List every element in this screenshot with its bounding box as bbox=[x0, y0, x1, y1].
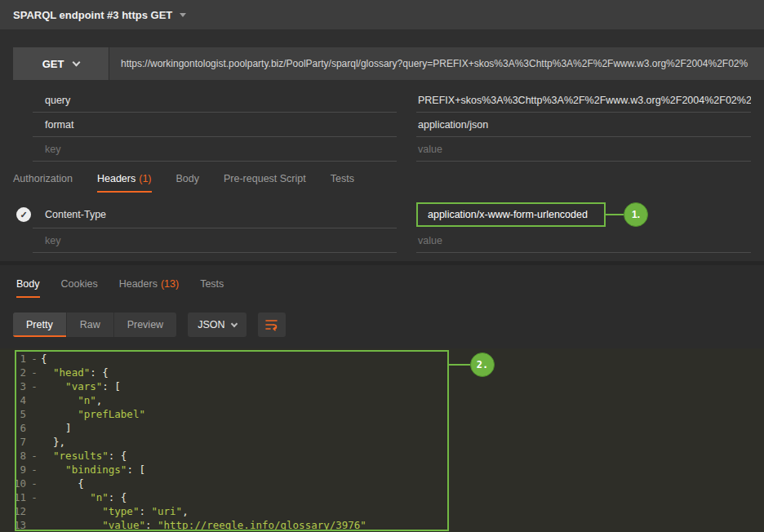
code-line: 2- "head": { bbox=[0, 366, 764, 379]
code-text: "n": { bbox=[41, 491, 127, 503]
tab-headers-count: (1) bbox=[139, 173, 151, 184]
annotation-connector-1 bbox=[606, 214, 624, 215]
line-number: 8 bbox=[5, 449, 26, 463]
line-number: 10 bbox=[5, 477, 26, 490]
line-number: 7 bbox=[5, 435, 26, 449]
param-value-query[interactable]: PREFIX+skos%3A%3Chttp%3A%2F%2Fwww.w3.org… bbox=[416, 88, 751, 113]
header-value: application/x-www-form-urlencoded bbox=[428, 209, 588, 220]
header-key-empty[interactable]: key bbox=[33, 228, 397, 253]
params-table: query PREFIX+skos%3A%3Chttp%3A%2F%2Fwww.… bbox=[0, 88, 764, 162]
code-line: 7 }, bbox=[0, 435, 764, 449]
param-row-empty: key value bbox=[0, 137, 764, 162]
fold-toggle-icon[interactable]: - bbox=[28, 379, 41, 393]
code-line: 12 "type": "uri", bbox=[0, 504, 764, 518]
tab-tests[interactable]: Tests bbox=[331, 173, 354, 193]
view-mode-preview[interactable]: Preview bbox=[114, 313, 176, 337]
line-number: 3 bbox=[5, 379, 26, 393]
response-body-editor[interactable]: 1-{2- "head": {3- "vars": [4 "n",5 "pref… bbox=[0, 348, 764, 532]
code-text: "results": { bbox=[41, 450, 127, 462]
param-row-format: format application/json bbox=[0, 113, 764, 137]
response-tab-tests[interactable]: Tests bbox=[200, 278, 224, 298]
view-mode-pretty[interactable]: Pretty bbox=[13, 313, 67, 337]
code-text: "bindings": [ bbox=[41, 463, 145, 476]
annotation-badge-1: 1. bbox=[624, 202, 648, 227]
response-view-toolbar: Pretty Raw Preview JSON bbox=[13, 313, 286, 337]
tab-headers[interactable]: Headers(1) bbox=[97, 173, 152, 193]
request-title: SPARQL endpoint #3 https GET bbox=[13, 9, 172, 21]
view-mode-group: Pretty Raw Preview bbox=[13, 313, 176, 337]
code-text: "value": "http://reegle.info/glossary/39… bbox=[41, 519, 366, 531]
line-number: 13 bbox=[5, 518, 26, 532]
line-number: 12 bbox=[5, 504, 26, 518]
format-dropdown[interactable]: JSON bbox=[188, 313, 247, 337]
annotation-badge-2: 2. bbox=[470, 352, 495, 377]
fold-toggle-icon[interactable]: - bbox=[28, 490, 41, 504]
annotation-box-1[interactable]: application/x-www-form-urlencoded bbox=[416, 202, 606, 227]
tab-authorization[interactable]: Authorization bbox=[13, 173, 73, 193]
fold-toggle-icon[interactable]: - bbox=[28, 352, 41, 366]
response-tab-headers-label: Headers bbox=[119, 278, 158, 290]
header-row-empty: key value bbox=[0, 228, 764, 253]
param-key-empty[interactable]: key bbox=[33, 137, 397, 162]
param-key-query[interactable]: query bbox=[33, 88, 397, 113]
code-text: "n", bbox=[41, 394, 102, 406]
response-tab-cookies[interactable]: Cookies bbox=[61, 278, 98, 298]
tab-headers-label: Headers bbox=[97, 173, 135, 184]
fold-toggle-icon[interactable]: - bbox=[28, 449, 41, 463]
param-key-format[interactable]: format bbox=[33, 113, 397, 137]
line-number: 5 bbox=[5, 407, 26, 421]
title-caret-icon[interactable] bbox=[180, 13, 186, 17]
annotation-connector-2 bbox=[449, 364, 470, 366]
request-title-bar: SPARQL endpoint #3 https GET bbox=[0, 0, 764, 29]
code-line: 9- "bindings": [ bbox=[0, 463, 764, 477]
fold-toggle-icon[interactable]: - bbox=[28, 477, 41, 490]
url-row: GET https://workingontologist.poolparty.… bbox=[13, 47, 764, 80]
check-icon[interactable]: ✓ bbox=[16, 207, 31, 222]
request-tabs: Authorization Headers(1) Body Pre-reques… bbox=[13, 173, 354, 193]
response-panel: Body Cookies Headers(13) Tests Pretty Ra… bbox=[0, 261, 764, 532]
tab-pre-request-script[interactable]: Pre-request Script bbox=[224, 173, 306, 193]
code-text: ] bbox=[41, 422, 72, 434]
param-value-empty[interactable]: value bbox=[416, 137, 751, 162]
code-line: 10- { bbox=[0, 477, 764, 490]
line-number: 1 bbox=[5, 352, 26, 366]
tab-body[interactable]: Body bbox=[176, 173, 200, 193]
response-tab-body[interactable]: Body bbox=[16, 278, 40, 298]
url-text: https://workingontologist.poolparty.biz/… bbox=[121, 58, 748, 69]
headers-table: ✓ Content-Type application/x-www-form-ur… bbox=[0, 201, 764, 253]
code-line: 5 "prefLabel" bbox=[0, 407, 764, 421]
chevron-down-icon bbox=[231, 320, 238, 326]
code-text: { bbox=[41, 352, 47, 365]
code-line: 6 ] bbox=[0, 421, 764, 435]
header-row-content-type: ✓ Content-Type application/x-www-form-ur… bbox=[0, 201, 764, 228]
view-mode-raw[interactable]: Raw bbox=[67, 313, 114, 337]
code-line: 1-{ bbox=[0, 352, 764, 366]
code-line: 3- "vars": [ bbox=[0, 379, 764, 393]
line-number: 11 bbox=[5, 490, 26, 504]
response-tabs: Body Cookies Headers(13) Tests bbox=[16, 278, 224, 298]
code-text: "vars": [ bbox=[41, 380, 121, 392]
line-number: 2 bbox=[5, 366, 26, 379]
fold-toggle-icon[interactable]: - bbox=[28, 366, 41, 379]
line-number: 9 bbox=[5, 463, 26, 477]
param-value-format[interactable]: application/json bbox=[416, 113, 751, 137]
code-text: { bbox=[41, 477, 84, 490]
response-tab-headers[interactable]: Headers(13) bbox=[119, 278, 179, 298]
code-text: "type": "uri", bbox=[41, 505, 189, 517]
header-key[interactable]: Content-Type bbox=[33, 201, 397, 228]
code-line: 11- "n": { bbox=[0, 490, 764, 504]
line-number: 4 bbox=[5, 393, 26, 407]
code-text: "prefLabel" bbox=[41, 408, 145, 420]
response-tab-headers-count: (13) bbox=[161, 278, 179, 290]
url-input[interactable]: https://workingontologist.poolparty.biz/… bbox=[109, 47, 764, 80]
line-number: 6 bbox=[5, 421, 26, 435]
wrap-text-button[interactable] bbox=[258, 313, 286, 337]
code-text: "head": { bbox=[41, 366, 109, 379]
fold-toggle-icon[interactable]: - bbox=[28, 463, 41, 477]
code-line: 4 "n", bbox=[0, 393, 764, 407]
code-line: 8- "results": { bbox=[0, 449, 764, 463]
header-value-empty[interactable]: value bbox=[416, 228, 751, 253]
method-dropdown[interactable]: GET bbox=[13, 47, 109, 80]
param-row-query: query PREFIX+skos%3A%3Chttp%3A%2F%2Fwww.… bbox=[0, 88, 764, 113]
code-line: 13 "value": "http://reegle.info/glossary… bbox=[0, 518, 764, 532]
